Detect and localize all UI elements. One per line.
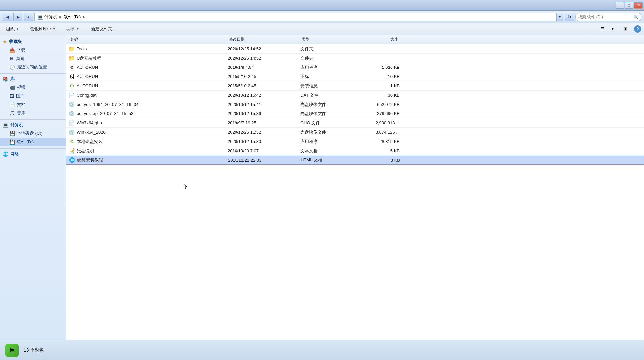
sidebar-item-desktop[interactable]: 🖥 桌面 — [0, 54, 66, 63]
file-date: 2020/12/25 14:52 — [228, 56, 300, 61]
file-date: 2019/9/7 19:25 — [228, 120, 300, 125]
include-in-library-button[interactable]: 包含到库中 ▼ — [26, 24, 59, 34]
table-row[interactable]: ⚙ AUTORUN 2015/5/10 2:45 安装信息 1 KB — [66, 81, 644, 91]
file-name: ⚙ AUTORUN — [69, 65, 228, 70]
table-row[interactable]: 📁 U盘安装教程 2020/12/25 14:52 文件夹 — [66, 54, 644, 63]
toolbar-separator-4 — [619, 25, 619, 33]
file-type: DAT 文件 — [300, 92, 353, 98]
table-row[interactable]: 💿 pe_yqs_1064_20_07_31_16_04 2020/10/12 … — [66, 100, 644, 109]
documents-icon: 📄 — [9, 102, 15, 107]
iso-icon: 💿 — [69, 102, 75, 108]
video-icon: 📹 — [9, 85, 15, 90]
view-dropdown-button[interactable]: ▼ — [608, 25, 617, 33]
table-row[interactable]: ⚙ 本地硬盘安装 2020/10/12 15:30 应用程序 28,315 KB — [66, 137, 644, 146]
file-name: ⚙ 本地硬盘安装 — [69, 139, 228, 145]
setup-icon: ⚙ — [70, 83, 74, 89]
organize-button[interactable]: 组织 ▼ — [3, 24, 22, 34]
sidebar-item-music[interactable]: 🎵 音乐 — [0, 109, 66, 117]
help-button[interactable]: ? — [634, 25, 641, 33]
exe-icon: ⚙ — [70, 65, 74, 70]
libraries-label: 库 — [10, 76, 15, 82]
file-type: 文本文档 — [300, 148, 353, 154]
sidebar-section-favorites: ★ 收藏夹 📥 下载 🖥 桌面 🕐 最近访问的位置 — [0, 38, 66, 71]
d-drive-label: 软件 (D:) — [17, 139, 34, 145]
table-row[interactable]: 💿 Win7x64_2020 2020/12/25 11:32 光盘映像文件 3… — [66, 128, 644, 137]
include-arrow: ▼ — [53, 27, 56, 31]
new-folder-button[interactable]: 新建文件夹 — [87, 24, 116, 34]
sidebar-item-download[interactable]: 📥 下载 — [0, 46, 66, 54]
table-row[interactable]: 🌐 硬盘安装教程 2016/11/21 22:03 HTML 文档 3 KB — [66, 156, 644, 165]
sidebar-network-header[interactable]: 🌐 网络 — [0, 150, 66, 158]
search-icon[interactable]: 🔍 — [633, 15, 638, 19]
col-header-date[interactable]: 修改日期 — [228, 37, 300, 42]
table-row[interactable]: 💿 pe_yqs_xp_20_07_31_15_53 2020/10/12 15… — [66, 109, 644, 118]
sidebar-favorites-header[interactable]: ★ 收藏夹 — [0, 38, 66, 46]
computer-section-icon: 💻 — [3, 122, 8, 128]
minimize-button[interactable]: — — [616, 2, 624, 9]
file-date: 2020/10/12 15:42 — [228, 93, 300, 98]
table-row[interactable]: 📝 光盘说明 2016/10/23 7:07 文本文档 5 KB — [66, 146, 644, 156]
file-name: 💿 Win7x64_2020 — [69, 129, 228, 135]
file-type: 光盘映像文件 — [300, 102, 353, 108]
documents-label: 文档 — [17, 102, 25, 108]
file-name: 📄 Config.dat — [69, 92, 228, 98]
folder-icon: 📁 — [69, 55, 75, 61]
maximize-button[interactable]: □ — [625, 2, 633, 9]
table-row[interactable]: 🖼 AUTORUN 2015/5/10 2:45 图标 10 KB — [66, 72, 644, 81]
file-size: 2,900,813 ... — [353, 120, 400, 125]
music-icon: 🎵 — [9, 111, 15, 116]
file-name: 🖼 AUTORUN — [69, 74, 228, 80]
table-row[interactable]: ⚙ AUTORUN 2016/1/8 4:54 应用程序 1,926 KB — [66, 63, 644, 72]
refresh-button[interactable]: ↻ — [565, 13, 574, 21]
c-drive-icon: 💾 — [9, 131, 15, 136]
col-header-name[interactable]: 名称 — [69, 37, 228, 42]
table-row[interactable]: 📄 Win7x64.gho 2019/9/7 19:25 GHO 文件 2,90… — [66, 118, 644, 128]
file-name: 💿 pe_yqs_xp_20_07_31_15_53 — [69, 111, 228, 117]
toolbar-separator-5 — [632, 25, 632, 33]
libraries-icon: 📚 — [3, 76, 8, 82]
up-button[interactable]: ▲ — [24, 13, 33, 21]
toolbar-separator-1 — [24, 25, 24, 33]
sidebar-item-c-drive[interactable]: 💾 本地磁盘 (C:) — [0, 129, 66, 138]
toolbar-right: ☰ ▼ ⊞ ? — [598, 25, 641, 33]
sidebar-item-recent[interactable]: 🕐 最近访问的位置 — [0, 63, 66, 71]
close-button[interactable]: ✕ — [634, 2, 643, 9]
file-type: HTML 文档 — [301, 157, 354, 163]
table-row[interactable]: 📁 Tools 2020/12/25 14:52 文件夹 — [66, 44, 644, 54]
col-header-type[interactable]: 类型 — [300, 37, 353, 42]
search-input[interactable] — [578, 15, 633, 19]
file-type: 应用程序 — [300, 139, 353, 145]
file-date: 2016/10/23 7:07 — [228, 148, 300, 153]
sidebar-computer-header[interactable]: 💻 计算机 — [0, 121, 66, 129]
col-header-size[interactable]: 大小 — [353, 37, 400, 42]
file-area: 名称 修改日期 类型 大小 📁 Tools 2020/12/25 14:52 文… — [66, 35, 644, 340]
back-button[interactable]: ◀ — [3, 13, 12, 21]
file-name: 📝 光盘说明 — [69, 148, 228, 154]
favorites-star-icon: ★ — [3, 39, 7, 44]
file-type: 文件夹 — [300, 46, 353, 52]
sidebar-item-pictures[interactable]: 🖼 图片 — [0, 92, 66, 100]
address-path[interactable]: 💻 计算机 ▶ 软件 (D:) ▶ — [34, 13, 557, 21]
network-icon: 🌐 — [3, 151, 8, 157]
status-bar: 🖥 13 个对象 — [0, 340, 644, 360]
file-type: 文件夹 — [300, 55, 353, 61]
sidebar-libraries-header[interactable]: 📚 库 — [0, 75, 66, 83]
file-name: 📁 Tools — [69, 46, 228, 52]
file-size: 3 KB — [354, 158, 400, 163]
file-date: 2020/12/25 11:32 — [228, 130, 300, 135]
file-date: 2020/12/25 14:52 — [228, 46, 300, 51]
file-date: 2016/1/8 4:54 — [228, 65, 300, 70]
toolbar: 组织 ▼ 包含到库中 ▼ 共享 ▼ 新建文件夹 ☰ ▼ ⊞ ? — [0, 23, 644, 35]
view-details-button[interactable]: ⊞ — [621, 25, 630, 33]
file-size: 36 KB — [353, 93, 400, 98]
sidebar-item-d-drive[interactable]: 💾 软件 (D:) — [0, 138, 66, 146]
status-text: 13 个对象 — [24, 347, 44, 353]
view-toggle-button[interactable]: ☰ — [598, 25, 607, 33]
path-dropdown-button[interactable]: ▼ — [557, 13, 563, 21]
share-button[interactable]: 共享 ▼ — [63, 24, 83, 34]
sidebar-item-documents[interactable]: 📄 文档 — [0, 100, 66, 109]
table-row[interactable]: 📄 Config.dat 2020/10/12 15:42 DAT 文件 36 … — [66, 91, 644, 100]
search-box[interactable]: 🔍 — [575, 13, 641, 21]
forward-button[interactable]: ▶ — [13, 13, 22, 21]
sidebar-item-video[interactable]: 📹 视频 — [0, 83, 66, 92]
